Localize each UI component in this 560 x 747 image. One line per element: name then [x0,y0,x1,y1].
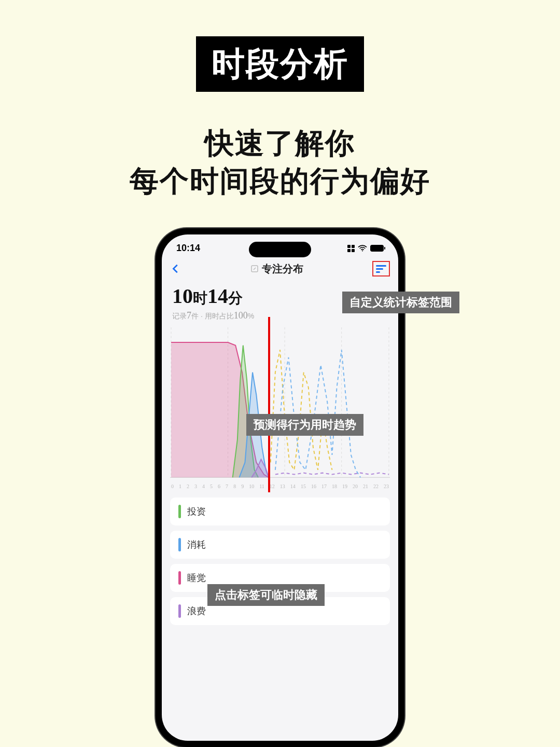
legend-label: 投资 [187,505,206,518]
nav-title-text: 专注分布 [262,262,303,276]
dynamic-island [249,242,311,257]
legend-label: 浪费 [187,605,206,617]
distribution-chart [170,327,390,488]
legend-color-bar [178,604,181,618]
edit-icon [250,265,259,273]
page-subtitle: 快速了解你 每个时间段的行为偏好 [0,125,560,200]
battery-icon [370,245,384,252]
filter-button[interactable] [372,261,390,276]
legend-item[interactable]: 消耗 [170,531,390,559]
legend-label: 睡觉 [187,572,206,584]
legend-label: 消耗 [187,538,206,551]
svg-point-0 [362,250,363,251]
annotation-predict: 预测得行为用时趋势 [246,414,363,436]
legend-item[interactable]: 投资 [170,497,390,525]
filter-icon [376,265,386,273]
wifi-icon [358,245,367,252]
status-time: 10:14 [176,243,200,254]
subtitle-line-2: 每个时间段的行为偏好 [0,162,560,200]
current-time-marker [268,317,270,492]
annotation-filter: 自定义统计标签范围 [342,292,459,313]
legend-color-bar [178,505,181,518]
annotation-hide: 点击标签可临时隐藏 [207,584,325,606]
nav-title: 专注分布 [250,262,303,276]
page-title-banner: 时段分析 [196,36,364,92]
signal-icon [347,245,355,252]
subtitle-line-1: 快速了解你 [0,125,560,162]
legend-color-bar [178,538,181,551]
back-button[interactable] [170,263,181,274]
legend-color-bar [178,571,181,585]
chart-area[interactable]: 01234567891011121314151617181920212223 [170,327,390,488]
x-axis-labels: 01234567891011121314151617181920212223 [170,483,390,489]
nav-bar: 专注分布 [162,256,398,284]
